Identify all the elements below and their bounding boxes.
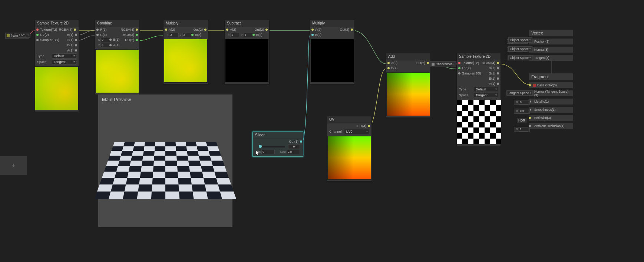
port-out[interactable]: [427, 62, 429, 64]
port-g[interactable]: [497, 72, 499, 74]
svg-rect-26: [479, 133, 485, 139]
node-subtract[interactable]: Subtract A(2)Out(2) X1Y1B(2): [224, 20, 270, 84]
port-uv[interactable]: [36, 34, 39, 36]
input-bx[interactable]: 2: [169, 33, 179, 37]
uv0-dropdown[interactable]: UV0▾: [18, 33, 30, 38]
node-multiply-1[interactable]: Multiply A(2)Out(2) X2Y2B(2): [163, 20, 208, 84]
port-rgb[interactable]: [136, 34, 138, 36]
svg-rect-3: [490, 100, 496, 105]
node-add[interactable]: Add A(2)Out(2) B(2): [386, 53, 431, 118]
port-r[interactable]: [75, 34, 77, 36]
slider-min[interactable]: 0: [261, 150, 275, 154]
dropdown-type[interactable]: Default: [52, 53, 76, 59]
port-uv[interactable]: [458, 67, 460, 69]
main-preview-viewport[interactable]: [98, 105, 232, 227]
port-b[interactable]: [252, 34, 255, 36]
master-row-basecolor: Base Color(3): [529, 82, 573, 88]
chip-tangent-space[interactable]: Tangent Space▾: [506, 90, 533, 96]
master-row-metallic: Metallic(1): [529, 99, 573, 105]
port-a[interactable]: [75, 49, 77, 52]
node-combine[interactable]: Combine R(1)RGBA(4) G(1)RGB(3) X0B(1)RG(…: [95, 20, 140, 95]
input-bx[interactable]: 1: [230, 33, 240, 37]
blackboard-add-button[interactable]: +: [0, 156, 27, 175]
svg-rect-6: [485, 105, 490, 111]
port-texture[interactable]: [36, 29, 39, 31]
svg-rect-18: [479, 122, 485, 127]
chip-object-space-1[interactable]: Object Space▾: [508, 37, 532, 43]
dropdown-space[interactable]: Tangent: [52, 59, 76, 64]
chip-object-space-3[interactable]: Object Space▾: [508, 55, 532, 60]
dropdown-channel[interactable]: UV0: [344, 129, 369, 134]
port-b[interactable]: [191, 34, 194, 36]
port-a[interactable]: [387, 62, 390, 64]
port-a[interactable]: [165, 29, 167, 31]
master-row-tangent: Object SpaceTangent(3): [529, 55, 573, 61]
port-rgba[interactable]: [136, 29, 138, 31]
port-r[interactable]: [96, 29, 99, 31]
input-b[interactable]: 0: [100, 38, 110, 42]
svg-rect-1: [468, 100, 473, 105]
svg-rect-22: [485, 127, 490, 133]
node-multiply-2[interactable]: Multiply A(2)Out(2) B(2): [310, 20, 355, 84]
master-title: Vertex: [529, 30, 573, 36]
master-vertex[interactable]: Vertex Object SpacePosition(3) Object Sp…: [529, 30, 573, 61]
dropdown-space[interactable]: Tangent: [474, 93, 498, 98]
master-row-position: Object SpacePosition(3): [529, 39, 573, 44]
port-g[interactable]: [96, 34, 99, 36]
property-checkerboard[interactable]: Checkerboa ◦: [430, 61, 459, 67]
port-out[interactable]: [265, 29, 268, 31]
master-row-normal: Object SpaceNormal(3): [529, 47, 573, 53]
expand-icon[interactable]: ◦: [75, 28, 76, 31]
port-r[interactable]: [497, 67, 499, 69]
preview-mesh: [95, 142, 237, 199]
node-sample-texture-2d-2[interactable]: Sample Texture 2D Texture(T2)RGBA(4) UV(…: [456, 53, 501, 146]
node-preview: [310, 39, 354, 83]
port-rg[interactable]: [136, 39, 138, 41]
node-uv[interactable]: UV Out(4) ChannelUV0: [327, 116, 372, 182]
svg-rect-11: [490, 111, 496, 116]
port-a[interactable]: [226, 29, 228, 31]
port-g[interactable]: [75, 39, 77, 41]
svg-rect-5: [473, 105, 479, 111]
slider-track[interactable]: [259, 146, 285, 147]
dropdown-type[interactable]: Default: [474, 87, 498, 92]
slider-value[interactable]: 0: [288, 144, 300, 149]
node-preview: [95, 49, 139, 93]
port-in[interactable]: [529, 117, 531, 119]
node-preview: [164, 39, 208, 83]
input-a[interactable]: 0: [100, 43, 110, 47]
port-out[interactable]: [351, 29, 353, 31]
chip-ao[interactable]: X1: [514, 127, 530, 132]
port-sampler[interactable]: [36, 39, 39, 41]
port-b[interactable]: [497, 77, 499, 80]
port-b[interactable]: [387, 67, 390, 69]
swatch-icon: [533, 84, 536, 87]
expand-icon[interactable]: ◦: [453, 62, 455, 67]
port-a[interactable]: [311, 29, 314, 31]
svg-rect-17: [468, 122, 473, 127]
port-texture[interactable]: [458, 62, 460, 64]
port-in[interactable]: [529, 84, 531, 86]
chip-object-space-2[interactable]: Object Space▾: [508, 46, 532, 52]
main-preview-window[interactable]: Main Preview: [98, 94, 232, 227]
slider-handle[interactable]: [259, 145, 262, 148]
slider-max[interactable]: 0.5: [287, 150, 300, 154]
port-out[interactable]: [300, 140, 302, 143]
port-out[interactable]: [204, 29, 207, 31]
port-b[interactable]: [75, 44, 77, 46]
svg-rect-19: [490, 122, 496, 127]
node-title: Multiply: [164, 20, 208, 27]
input-by[interactable]: 1: [244, 33, 253, 37]
port-rgba[interactable]: [497, 62, 499, 64]
input-by[interactable]: 2: [182, 33, 192, 37]
chip-metallic[interactable]: X0: [514, 100, 530, 105]
port-sampler[interactable]: [458, 72, 460, 74]
chip-hdr[interactable]: HDR: [517, 118, 526, 123]
master-fragment[interactable]: Fragment Base Color(3) Normal (Tangent S…: [529, 73, 573, 129]
port-a[interactable]: [497, 83, 499, 85]
node-sample-texture-2d-1[interactable]: Sample Texture 2D Texture(T2)RGBA(4)◦ UV…: [34, 20, 79, 112]
port-b[interactable]: [311, 34, 314, 36]
svg-rect-10: [479, 111, 485, 116]
port-out[interactable]: [368, 125, 370, 127]
chip-smoothness[interactable]: X0.5: [514, 109, 530, 114]
